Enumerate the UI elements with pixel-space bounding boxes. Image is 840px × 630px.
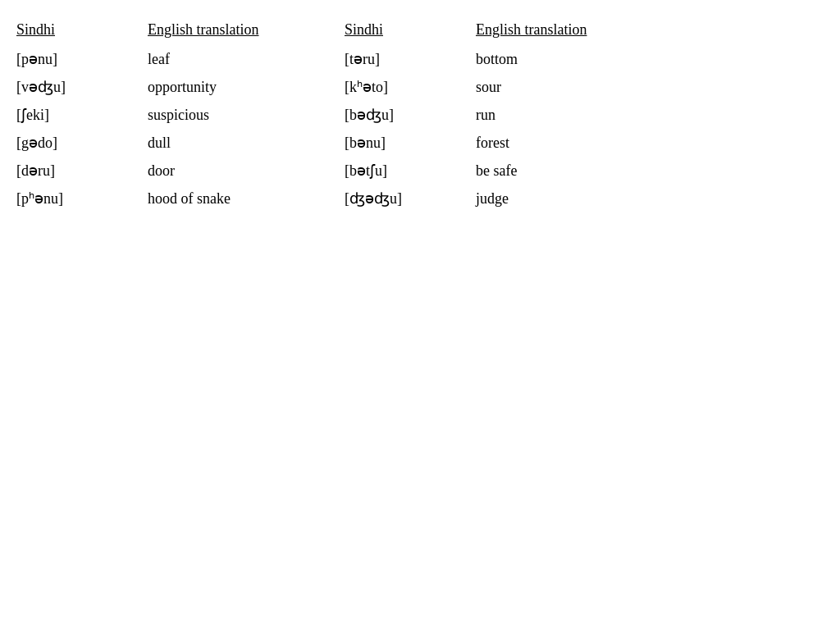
right-sindhi-cell: [təru] [345,45,476,73]
table-row: [bənu]forest [345,129,640,157]
right-english-cell: judge [476,185,640,212]
right-english-cell: forest [476,129,640,157]
left-sindhi-cell: [dəru] [16,157,148,185]
left-english-cell: opportunity [148,73,312,101]
left-sindhi-cell: [ʃeki] [16,101,148,129]
right-english-header: English translation [476,16,640,45]
table-row: [pʰənu]hood of snake [16,185,312,212]
right-header-row: Sindhi English translation [345,16,640,45]
right-sindhi-cell: [bətʃu] [345,157,476,185]
table-row: [bəʤu]run [345,101,640,129]
left-english-cell: door [148,157,312,185]
left-english-header: English translation [148,16,312,45]
right-sindhi-header: Sindhi [345,16,476,45]
left-english-cell: dull [148,129,312,157]
left-english-cell: leaf [148,45,312,73]
right-sindhi-cell: [bəʤu] [345,101,476,129]
columns-wrapper: Sindhi English translation [pənu]leaf[və… [16,16,824,212]
table-row: [ʤəʤu]judge [345,185,640,212]
left-sindhi-cell: [gədo] [16,129,148,157]
right-english-cell: sour [476,73,640,101]
table-row: [dəru]door [16,157,312,185]
right-english-cell: be safe [476,157,640,185]
left-sindhi-header: Sindhi [16,16,148,45]
left-header-row: Sindhi English translation [16,16,312,45]
table-row: [ʃeki]suspicious [16,101,312,129]
table-row: [gədo]dull [16,129,312,157]
left-sindhi-cell: [vəʤu] [16,73,148,101]
left-sindhi-cell: [pənu] [16,45,148,73]
left-table: Sindhi English translation [pənu]leaf[və… [16,16,312,212]
table-row: [kʰəto]sour [345,73,640,101]
table-row: [pənu]leaf [16,45,312,73]
page-container: Sindhi English translation [pənu]leaf[və… [0,0,840,229]
left-sindhi-cell: [pʰənu] [16,185,148,212]
right-sindhi-cell: [bənu] [345,129,476,157]
right-sindhi-cell: [ʤəʤu] [345,185,476,212]
right-english-cell: bottom [476,45,640,73]
left-english-cell: suspicious [148,101,312,129]
right-english-cell: run [476,101,640,129]
right-sindhi-cell: [kʰəto] [345,73,476,101]
table-row: [vəʤu]opportunity [16,73,312,101]
left-english-cell: hood of snake [148,185,312,212]
right-table: Sindhi English translation [təru]bottom[… [345,16,640,212]
table-row: [təru]bottom [345,45,640,73]
table-row: [bətʃu]be safe [345,157,640,185]
